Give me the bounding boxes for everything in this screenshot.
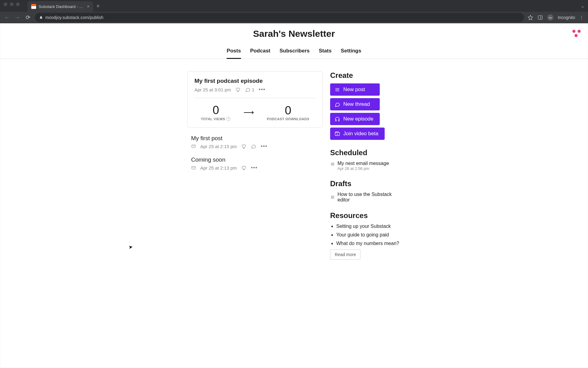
main-content: My first podcast episode Apr 25 at 3:01 … <box>0 59 588 268</box>
lock-icon <box>39 16 43 19</box>
stat-total-views: 0 TOTAL VIEWS <box>201 104 231 121</box>
featured-post-title: My first podcast episode <box>194 78 316 84</box>
bookmark-star-icon[interactable] <box>528 15 533 20</box>
drafts-section: Drafts How to use the Substack editor <box>330 179 401 203</box>
featured-comment-group[interactable]: 1 <box>245 87 254 92</box>
back-button[interactable]: ← <box>4 14 10 21</box>
tab-settings[interactable]: Settings <box>341 44 361 59</box>
stat-podcast-downloads-label: PODCAST DOWNLOADS <box>267 117 309 121</box>
browser-right-icons: Incognito ⋮ <box>528 14 584 21</box>
resources-list: Setting up your Substack Your guide to g… <box>330 224 401 246</box>
resource-link[interactable]: Setting up your Substack <box>336 224 401 229</box>
post-item[interactable]: My first post Apr 25 at 2:15 pm ••• <box>187 128 323 149</box>
tab-posts[interactable]: Posts <box>227 44 241 59</box>
brand-logo-icon[interactable] <box>571 29 581 38</box>
comment-icon <box>245 87 251 92</box>
help-icon[interactable] <box>226 117 231 121</box>
browser-nav-bar: ← → ⟳ moodjoy.substack.com/publish Incog… <box>0 12 588 23</box>
more-options-icon[interactable]: ••• <box>261 144 267 149</box>
mac-zoom-dot[interactable] <box>16 2 20 6</box>
draft-item[interactable]: How to use the Substack editor <box>330 192 401 203</box>
lines-icon <box>330 195 335 200</box>
browser-tabs-bar: Substack Dashboard - Sarah's × + ⌄ <box>0 0 588 12</box>
new-episode-label: New episode <box>343 116 373 122</box>
incognito-avatar-icon[interactable] <box>547 14 553 21</box>
substack-favicon <box>31 4 36 9</box>
browser-tab-active[interactable]: Substack Dashboard - Sarah's × <box>28 1 93 12</box>
tab-subscribers[interactable]: Subscribers <box>280 44 310 59</box>
page-header: Sarah's Newsletter <box>0 23 588 44</box>
svg-rect-11 <box>338 120 339 121</box>
arrow-right-icon: ⟶ <box>243 108 254 117</box>
scheduled-item-date: Apr 26 at 2:56 pm <box>337 166 389 171</box>
join-video-beta-label: Join video beta <box>343 131 378 137</box>
envelope-icon <box>191 144 196 149</box>
browser-chrome: Substack Dashboard - Sarah's × + ⌄ ← → ⟳… <box>0 0 588 23</box>
mac-window-controls <box>4 2 20 6</box>
url-text: moodjoy.substack.com/publish <box>45 15 104 20</box>
featured-stats-row: 0 TOTAL VIEWS ⟶ 0 PODCAST DOWNLOADS <box>194 98 316 121</box>
stat-total-views-label: TOTAL VIEWS <box>201 117 231 121</box>
resources-heading: Resources <box>330 211 401 220</box>
browser-tab-title: Substack Dashboard - Sarah's <box>39 4 85 9</box>
featured-post-card[interactable]: My first podcast episode Apr 25 at 3:01 … <box>187 71 323 128</box>
newsletter-title: Sarah's Newsletter <box>253 29 335 39</box>
post-title: Coming soon <box>191 156 323 163</box>
mac-close-dot[interactable] <box>4 2 7 6</box>
post-item[interactable]: Coming soon Apr 25 at 2:13 pm ••• <box>187 149 323 171</box>
new-post-button[interactable]: New post <box>330 83 380 96</box>
join-video-beta-button[interactable]: Join video beta <box>330 128 385 140</box>
scheduled-item-title: My next email message <box>337 161 389 166</box>
scheduled-section: Scheduled My next email message Apr 26 a… <box>330 148 401 171</box>
mac-minimize-dot[interactable] <box>10 2 13 6</box>
post-date: Apr 25 at 2:15 pm <box>200 144 237 149</box>
tabs-dropdown-icon[interactable]: ⌄ <box>580 2 585 9</box>
tab-stats[interactable]: Stats <box>319 44 332 59</box>
post-date: Apr 25 at 2:13 pm <box>200 165 237 171</box>
resources-section: Resources Setting up your Substack Your … <box>330 211 401 260</box>
scheduled-heading: Scheduled <box>330 148 401 157</box>
headphones-icon <box>334 116 340 122</box>
resource-link[interactable]: What do my numbers mean? <box>336 241 401 246</box>
read-more-button[interactable]: Read more <box>330 249 360 260</box>
featured-post-meta: Apr 25 at 3:01 pm 1 ••• <box>194 87 316 92</box>
heart-icon[interactable] <box>235 87 241 92</box>
reload-button[interactable]: ⟳ <box>24 14 31 21</box>
svg-rect-6 <box>192 166 195 169</box>
post-title: My first post <box>191 135 323 142</box>
drafts-heading: Drafts <box>330 179 401 188</box>
more-options-icon[interactable]: ••• <box>251 165 258 171</box>
video-icon <box>334 131 340 137</box>
featured-post-date: Apr 25 at 3:01 pm <box>194 87 231 92</box>
browser-menu-icon[interactable]: ⋮ <box>579 15 584 20</box>
heart-icon[interactable] <box>241 165 247 171</box>
svg-point-2 <box>549 17 550 18</box>
new-thread-label: New thread <box>343 101 370 107</box>
heart-icon[interactable] <box>241 144 247 149</box>
draft-item-title: How to use the Substack editor <box>337 192 401 203</box>
new-thread-button[interactable]: New thread <box>330 98 380 110</box>
incognito-label: Incognito <box>558 15 575 20</box>
sidebar: Create New post New thread New episode J… <box>330 71 401 268</box>
new-tab-button[interactable]: + <box>96 3 100 10</box>
stat-podcast-downloads-value: 0 <box>267 104 309 117</box>
dashboard-nav-tabs: Posts Podcast Subscribers Stats Settings <box>0 44 588 59</box>
forward-button[interactable]: → <box>14 14 21 21</box>
svg-rect-10 <box>335 120 336 121</box>
tab-close-icon[interactable]: × <box>87 4 89 9</box>
create-heading: Create <box>330 71 401 80</box>
tab-podcast[interactable]: Podcast <box>250 44 270 59</box>
post-meta: Apr 25 at 2:13 pm ••• <box>191 165 323 171</box>
lines-icon <box>330 162 335 167</box>
url-bar[interactable]: moodjoy.substack.com/publish <box>35 13 524 22</box>
new-episode-button[interactable]: New episode <box>330 113 380 125</box>
svg-rect-0 <box>538 16 542 19</box>
svg-point-3 <box>551 17 552 18</box>
comment-icon[interactable] <box>251 144 256 149</box>
featured-comment-count: 1 <box>252 87 254 92</box>
side-panel-icon[interactable] <box>537 15 543 20</box>
resource-link[interactable]: Your guide to going paid <box>336 232 401 238</box>
scheduled-item[interactable]: My next email message Apr 26 at 2:56 pm <box>330 161 401 171</box>
more-options-icon[interactable]: ••• <box>259 87 266 92</box>
new-post-label: New post <box>343 86 365 93</box>
